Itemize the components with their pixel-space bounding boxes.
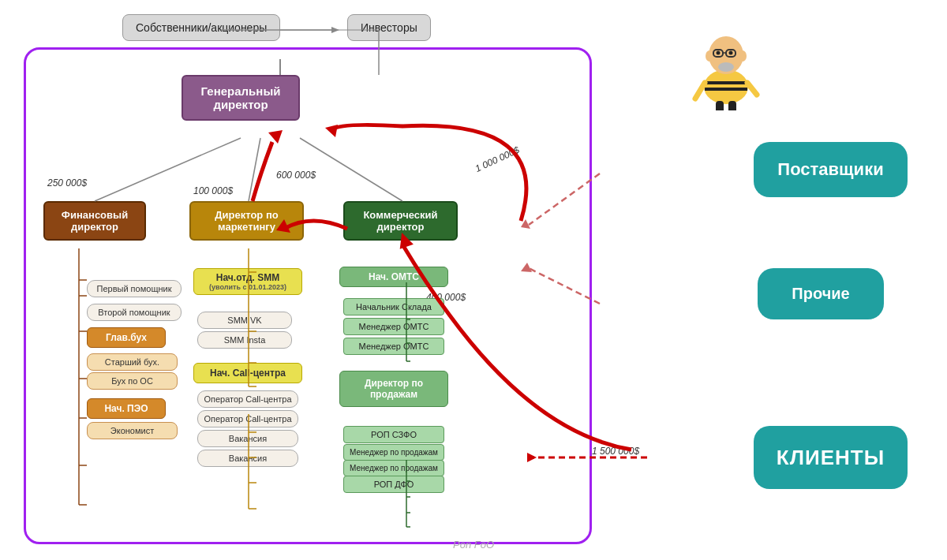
amount-600k: 600 000$ [276,170,316,181]
svg-rect-74 [728,101,736,110]
call-sub-4: Вакансия [197,450,298,467]
svg-point-72 [718,62,734,72]
investors-label: Инвесторы [361,21,417,34]
mkt-director-box: Директор по маркетингу [189,201,304,241]
svg-line-76 [747,83,757,95]
call-sub-1: Оператор Call-центра [197,390,298,408]
call-sub-3: Вакансия [197,430,298,447]
smm-head-box: Нач.отд. SMM (уволить с 01.01.2023) [193,268,302,295]
character-figure [691,20,762,110]
suppliers-box: Поставщики [754,142,908,197]
svg-marker-2 [331,27,339,33]
call-sub-2: Оператор Call-центра [197,410,298,427]
omts-sub-2: Менеджер ОМТС [343,318,444,335]
nach-peo-sub-1: Экономист [87,422,178,439]
svg-point-71 [729,51,733,55]
gen-director-box: Генеральный директор [182,75,300,121]
fin-sub-2: Второй помощник [87,304,182,321]
smm-note: (уволить с 01.01.2023) [199,283,297,291]
smm-sub-2: SMM Insta [197,331,292,349]
svg-rect-73 [716,101,724,110]
call-head-box: Нач. Call-центра [193,363,302,383]
glav-buh-sub-2: Бух по ОС [87,372,178,390]
com-director-box: Коммерческий директор [343,201,458,241]
nach-peo-box: Нач. ПЭО [87,398,166,419]
amount-1500k: 1 500 000$ [592,446,639,457]
sales-sub-2: Менеджер по продажам [343,444,444,461]
omts-sub-3: Менеджер ОМТС [343,338,444,355]
amount-100k: 100 000$ [193,185,233,196]
sales-dir-box: Директор по продажам [339,371,448,407]
svg-point-61 [704,69,748,104]
smm-sub-1: SMM VK [197,312,292,329]
svg-line-75 [695,83,705,99]
top-investors-box: Инвесторы [347,14,431,41]
fin-director-box: Финансовый директор [43,201,146,241]
amount-250k: 250 000$ [47,177,87,189]
fin-sub-1: Первый помощник [87,280,182,297]
others-box: Прочие [758,268,884,319]
sales-sub-1: РОП СЗФО [343,426,444,443]
omts-head-box: Нач. ОМТС [339,267,448,287]
svg-point-70 [717,51,721,55]
omts-sub-1: Начальник Склада [343,298,444,315]
sales-sub-3: Менеджер по продажам [343,460,444,476]
svg-point-66 [739,50,747,62]
svg-point-65 [706,50,713,62]
glav-buh-sub-1: Старший бух. [87,353,178,371]
glav-buh-box: Глав.бух [87,327,166,348]
clients-box: КЛИЕНТЫ [754,426,908,489]
sales-sub-4: РОП ДФО [343,476,444,493]
owners-label: Собственники/акционеры [136,21,267,34]
footer-watermark: Pon FoO [453,539,494,551]
top-owners-box: Собственники/акционеры [122,14,280,41]
